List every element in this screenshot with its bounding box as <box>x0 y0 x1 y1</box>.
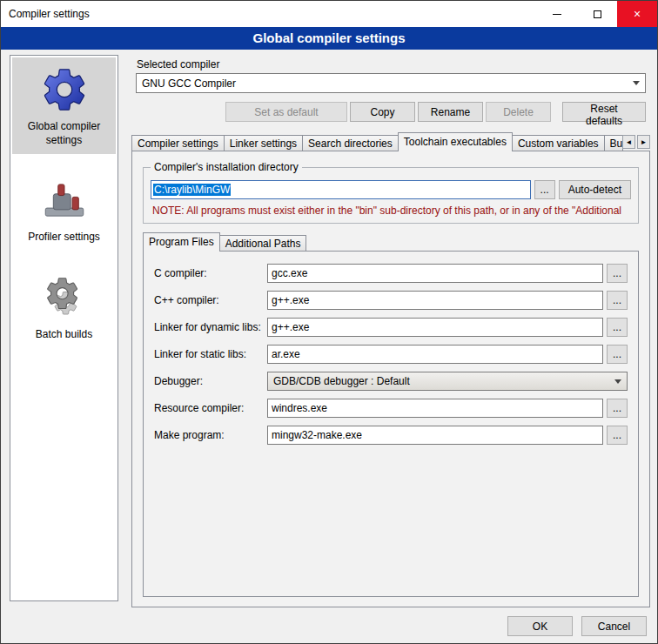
sidebar-item-global-compiler-settings[interactable]: Global compiler settings <box>12 57 116 154</box>
close-button[interactable]: × <box>617 1 657 27</box>
chevron-down-icon <box>614 379 621 384</box>
gear-blue-icon <box>39 64 90 115</box>
close-icon: × <box>634 7 641 21</box>
resource-compiler-label: Resource compiler: <box>154 402 267 414</box>
form-row: Linker for static libs: ... <box>154 345 628 364</box>
make-program-browse-button[interactable]: ... <box>607 426 628 445</box>
form-row: C compiler: ... <box>154 264 628 283</box>
tab-scroll-right-icon[interactable]: ► <box>637 135 650 149</box>
linker-dynamic-browse-button[interactable]: ... <box>607 318 628 337</box>
tab-build-options[interactable]: Buil <box>604 135 623 151</box>
make-program-label: Make program: <box>154 429 267 441</box>
installation-directory-group: Compiler's installation directory C:\ray… <box>143 167 639 224</box>
make-program-input[interactable] <box>267 426 603 445</box>
sidebar-item-label: Global compiler settings <box>14 120 114 147</box>
form-row: Debugger: GDB/CDB debugger : Default <box>154 372 628 391</box>
sidebar-item-label: Profiler settings <box>14 231 114 245</box>
linker-dynamic-input[interactable] <box>267 318 603 337</box>
debugger-value: GDB/CDB debugger : Default <box>273 375 614 387</box>
minimize-icon <box>553 14 561 15</box>
cpp-compiler-label: C++ compiler: <box>154 294 267 306</box>
form-row: C++ compiler: ... <box>154 291 628 310</box>
gears-gray-icon <box>39 272 90 323</box>
compiler-action-buttons: Set as default Copy Rename Delete Reset … <box>136 102 646 122</box>
tab-search-directories[interactable]: Search directories <box>302 135 399 151</box>
delete-button[interactable]: Delete <box>486 102 551 122</box>
bin-subdirectory-note: NOTE: All programs must exist either in … <box>152 205 631 217</box>
selected-compiler-label: Selected compiler <box>137 58 650 70</box>
copy-button[interactable]: Copy <box>350 102 415 122</box>
installation-directory-value: C:\raylib\MinGW <box>153 184 231 196</box>
linker-dynamic-label: Linker for dynamic libs: <box>154 321 267 333</box>
installation-directory-browse-button[interactable]: ... <box>534 180 555 199</box>
tab-additional-paths[interactable]: Additional Paths <box>219 235 307 252</box>
tab-scroll-left-icon[interactable]: ◄ <box>622 135 635 149</box>
tab-custom-variables[interactable]: Custom variables <box>512 135 605 151</box>
sidebar-item-label: Batch builds <box>14 328 114 342</box>
form-row: Resource compiler: ... <box>154 399 628 418</box>
ok-button[interactable]: OK <box>507 616 573 636</box>
settings-category-list: Global compiler settings Profiler settin… <box>10 55 118 601</box>
linker-static-label: Linker for static libs: <box>154 348 267 360</box>
installation-directory-row: C:\raylib\MinGW ... Auto-detect <box>151 180 631 199</box>
c-compiler-label: C compiler: <box>154 267 267 279</box>
minimize-button[interactable] <box>537 1 577 27</box>
actions-spacer <box>136 102 223 122</box>
title-bar: Compiler settings × <box>1 1 657 27</box>
cpp-compiler-input[interactable] <box>267 291 603 310</box>
debugger-select[interactable]: GDB/CDB debugger : Default <box>267 372 628 391</box>
resource-compiler-input[interactable] <box>267 399 603 418</box>
c-compiler-browse-button[interactable]: ... <box>607 264 628 283</box>
auto-detect-button[interactable]: Auto-detect <box>559 180 631 199</box>
chevron-down-icon <box>633 81 640 85</box>
installation-directory-input[interactable]: C:\raylib\MinGW <box>151 180 531 199</box>
linker-static-browse-button[interactable]: ... <box>607 345 628 364</box>
debugger-label: Debugger: <box>154 375 267 387</box>
executables-subtabs: Program Files Additional Paths <box>143 232 639 252</box>
dialog-footer: OK Cancel <box>507 616 647 636</box>
cpp-compiler-browse-button[interactable]: ... <box>607 291 628 310</box>
reset-defaults-button[interactable]: Reset defaults <box>562 102 646 122</box>
c-compiler-input[interactable] <box>267 264 603 283</box>
rename-button[interactable]: Rename <box>418 102 483 122</box>
selected-compiler-value: GNU GCC Compiler <box>142 77 633 90</box>
tab-scroll-buttons: ◄ ► <box>622 135 650 149</box>
tab-toolchain-executables[interactable]: Toolchain executables <box>398 132 513 151</box>
caption-buttons: × <box>537 1 657 27</box>
linker-static-input[interactable] <box>267 345 603 364</box>
cancel-button[interactable]: Cancel <box>581 616 647 636</box>
window-title: Compiler settings <box>9 8 90 20</box>
form-row: Linker for dynamic libs: ... <box>154 318 628 337</box>
installation-directory-title: Compiler's installation directory <box>151 161 302 173</box>
form-row: Make program: ... <box>154 426 628 445</box>
compiler-settings-window: Compiler settings × Global compiler sett… <box>0 0 658 644</box>
tab-linker-settings[interactable]: Linker settings <box>224 135 303 151</box>
selected-compiler-dropdown[interactable]: GNU GCC Compiler <box>136 73 646 93</box>
maximize-button[interactable] <box>577 1 617 27</box>
profiler-tool-icon <box>39 175 90 225</box>
sidebar-item-batch-builds[interactable]: Batch builds <box>12 265 116 349</box>
maximize-icon <box>594 10 601 18</box>
resource-compiler-browse-button[interactable]: ... <box>607 399 628 418</box>
set-as-default-button[interactable]: Set as default <box>225 102 347 122</box>
page-title: Global compiler settings <box>1 27 657 50</box>
tab-compiler-settings[interactable]: Compiler settings <box>131 135 225 151</box>
settings-tabs: Compiler settings Linker settings Search… <box>131 132 650 151</box>
sidebar-item-profiler-settings[interactable]: Profiler settings <box>12 168 116 252</box>
toolchain-executables-panel: Compiler's installation directory C:\ray… <box>131 151 650 607</box>
tab-program-files[interactable]: Program Files <box>143 232 220 252</box>
program-files-panel: C compiler: ... C++ compiler: ... Linker… <box>143 251 639 597</box>
main-content: Selected compiler GNU GCC Compiler Set a… <box>131 55 650 607</box>
